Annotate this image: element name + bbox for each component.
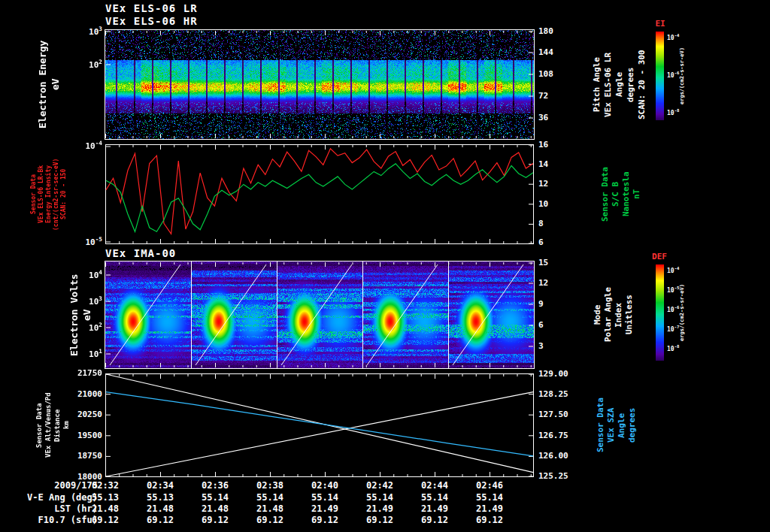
bottom-row-value: 55.14	[410, 493, 459, 503]
plot-title-els-hr: VEx ELS-06 HR	[105, 16, 198, 27]
ei-colorbar	[656, 32, 664, 120]
axis-tick-label: 9	[538, 300, 591, 309]
axis-tick-label: 14	[538, 160, 591, 169]
time-tick-label: 02:34	[135, 481, 185, 491]
bottom-row-value: 69.12	[80, 515, 130, 525]
ei-colorbar-units: ergs/(cm2-s-sr-eV)	[679, 32, 686, 120]
axis-tick-label: 72	[538, 92, 591, 101]
bottom-row-value: 21.49	[410, 504, 459, 514]
bottom-row-value: 69.12	[135, 515, 185, 525]
axis-tick-label: 6	[538, 321, 591, 330]
axis-tick-label: 10-6	[667, 305, 720, 313]
axis-tick-label: 108	[538, 70, 591, 79]
time-tick-label: 02:36	[190, 481, 240, 491]
bottom-row-value: 55.14	[465, 493, 514, 503]
bottom-row-value: 21.49	[465, 504, 514, 514]
axis-tick-label: 126.75	[538, 431, 591, 440]
altitude-sza-line-chart	[105, 373, 534, 477]
bottom-row-value: 69.12	[300, 515, 350, 525]
axis-tick-label: 10	[538, 200, 591, 209]
bottom-row-value: 69.12	[410, 515, 459, 525]
vex-sza-trace	[106, 392, 533, 456]
axis-tick-label: 180	[538, 27, 591, 36]
intensity-b-line-chart	[105, 144, 534, 244]
time-tick-label: 02:40	[300, 481, 350, 491]
intensity-y-axis-label: Sensor Data VEx ELS-06 LR-Bk Energy Inte…	[30, 144, 68, 244]
vex-alt-trace	[106, 374, 533, 473]
time-tick-label: 02:46	[465, 481, 514, 491]
axis-tick-label: 12	[538, 279, 591, 288]
bottom-row-value: 69.12	[190, 515, 240, 525]
bottom-row-value: 55.14	[245, 493, 295, 503]
axis-tick-label: 128.25	[538, 390, 591, 399]
ima-y-axis-label: Electron Volts eV	[68, 261, 93, 368]
def-colorbar-title: DEF	[647, 252, 672, 261]
axis-tick-label: 10-8	[667, 344, 720, 352]
bottom-row-value: 21.48	[80, 504, 130, 514]
axis-tick-label: 10-6	[667, 71, 720, 79]
axis-tick-label: 36	[538, 113, 591, 122]
venus-pd-distance-trace	[106, 392, 533, 476]
distance-y-axis-label: Sensor Data VEx Alt/Venus/Pd Distance km	[35, 373, 71, 477]
axis-tick-label: 126.00	[538, 452, 591, 461]
ei-colorbar-title: EI	[650, 20, 671, 29]
axis-tick-label: 16	[538, 141, 591, 150]
axis-tick-label: 129.00	[538, 370, 591, 379]
def-colorbar-units: ergs/(cm2-s-sr-eV)	[679, 264, 686, 361]
time-tick-label: 02:32	[80, 481, 130, 491]
axis-tick-label: 10-7	[667, 325, 720, 333]
axis-tick-label: 10-4	[667, 33, 720, 41]
bottom-row-value: 55.14	[300, 493, 350, 503]
sza-axis-label: Sensor Data VEx SZA Angle degrees	[596, 373, 638, 477]
axis-tick-label: 15	[538, 258, 591, 268]
axis-tick-label: 127.50	[538, 410, 591, 419]
axis-tick-label: 8	[538, 219, 591, 228]
bottom-row-value: 69.12	[245, 515, 295, 525]
time-tick-label: 02:38	[245, 481, 295, 491]
bottom-row-value: 55.14	[190, 493, 240, 503]
bottom-row-value: 55.14	[355, 493, 405, 503]
bottom-row-value: 69.12	[465, 515, 514, 525]
scb-axis-label: Sensor Data S/C B Nanotesla nT	[600, 144, 642, 244]
panel-border	[106, 145, 534, 244]
pitch-angle-axis-label: Pitch Angle VEx ELS-06 LR Angle degrees …	[591, 30, 647, 139]
def-colorbar	[656, 264, 664, 361]
axis-tick-label: 125.25	[538, 472, 591, 481]
bottom-row-value: 21.49	[300, 504, 350, 514]
panel-border	[106, 374, 534, 477]
els-intensity-trace	[106, 149, 533, 234]
bottom-row-value: 69.12	[355, 515, 405, 525]
els-spectrogram-canvas	[105, 30, 534, 139]
axis-tick-label: 144	[538, 48, 591, 57]
time-tick-label: 02:42	[355, 481, 405, 491]
plot-title-els-lr: VEx ELS-06 LR	[105, 3, 198, 14]
els-y-axis-label: Electron Energy eV	[36, 30, 62, 139]
time-tick-label: 02:44	[410, 481, 459, 491]
axis-tick-label: 10-8	[667, 108, 720, 116]
axis-tick-label: 12	[538, 180, 591, 189]
plot-title-ima: VEx IMA-00	[105, 248, 176, 259]
axis-tick-label: 3	[538, 342, 591, 351]
scb-trace	[106, 164, 533, 231]
mode-axis-label: Mode Polar Angle Index Unitless	[593, 261, 635, 368]
bottom-row-value: 21.48	[190, 504, 240, 514]
axis-tick-label: 10-4	[667, 266, 720, 274]
bottom-row-value: 21.48	[135, 504, 185, 514]
bottom-row-value: 55.13	[80, 493, 130, 503]
ima-spectrogram-canvas	[105, 261, 534, 368]
bottom-row-value: 21.48	[245, 504, 295, 514]
axis-tick-label: 10-5	[667, 286, 720, 294]
axis-tick-label: 6	[538, 238, 591, 247]
bottom-row-value: 55.13	[135, 493, 185, 503]
vex-multipanel-plot: VEx ELS-06 LR VEx ELS-06 HR VEx IMA-00 E…	[0, 0, 770, 532]
bottom-row-value: 21.49	[355, 504, 405, 514]
